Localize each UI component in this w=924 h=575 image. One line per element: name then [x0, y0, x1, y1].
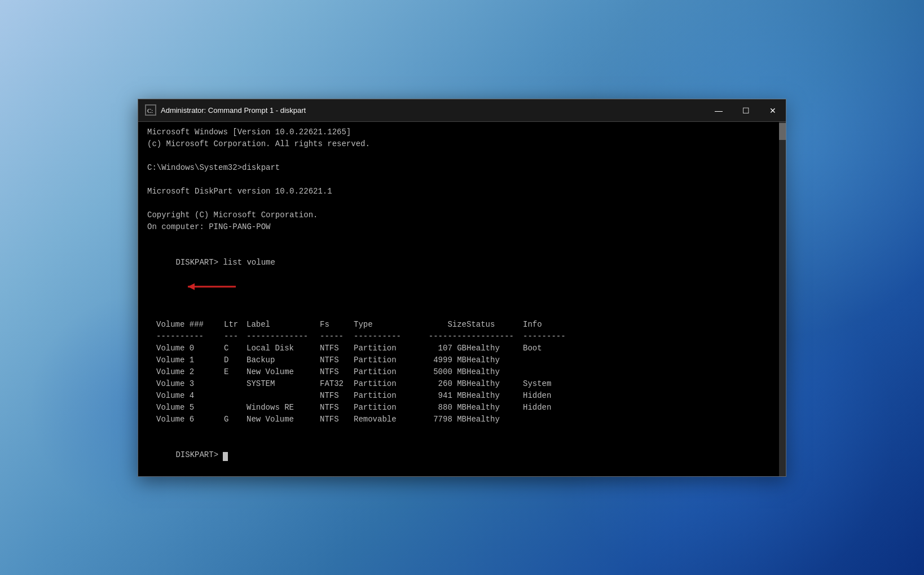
line-1: Microsoft Windows [Version 10.0.22621.12…: [147, 126, 777, 138]
line-3: [147, 150, 777, 162]
row-fs: NTFS: [320, 343, 354, 354]
sep-label: -------------: [247, 331, 320, 343]
line-7: [147, 197, 777, 209]
header-status: Status: [467, 319, 523, 331]
row-info: Hidden: [523, 390, 551, 402]
row-type: Partition: [354, 343, 421, 354]
row-info: Boot: [523, 343, 542, 354]
line-6: Microsoft DiskPart version 10.0.22621.1: [147, 186, 777, 197]
final-prompt: DISKPART>: [175, 450, 223, 459]
row-size: 5000 MB: [421, 366, 467, 378]
row-info: System: [523, 378, 551, 390]
row-size: 107 GB: [421, 343, 467, 354]
row-volume: Volume 6: [156, 414, 224, 425]
svg-marker-3: [188, 283, 195, 290]
row-label: New Volume: [247, 414, 320, 425]
diskpart-command-line: DISKPART> list volume: [147, 245, 777, 305]
row-status: Healthy: [467, 402, 523, 414]
row-ltr: [224, 390, 247, 402]
table-separator-row: ---------- --- ------------- ----- -----…: [156, 331, 777, 343]
row-status: Healthy: [467, 343, 523, 354]
line-2: (c) Microsoft Corporation. All rights re…: [147, 138, 777, 150]
row-type: Partition: [354, 390, 421, 402]
cursor: [223, 452, 228, 461]
row-volume: Volume 2: [156, 366, 224, 378]
row-type: Partition: [354, 378, 421, 390]
line-after-table: [147, 425, 777, 437]
row-volume: Volume 0: [156, 343, 224, 354]
window-title: Administrator: Command Prompt 1 - diskpa…: [161, 106, 779, 115]
table-row: Volume 5 Windows RE NTFS Partition 880 M…: [156, 402, 777, 414]
terminal-body[interactable]: Microsoft Windows [Version 10.0.22621.12…: [138, 122, 786, 476]
row-label: Backup: [247, 354, 320, 366]
row-ltr: [224, 378, 247, 390]
svg-text:C:: C:: [147, 107, 153, 114]
table-header-row: Volume ### Ltr Label Fs Type Size Status…: [156, 319, 777, 331]
row-fs: NTFS: [320, 366, 354, 378]
row-type: Partition: [354, 366, 421, 378]
window-controls: — ☐ ✕: [706, 99, 786, 121]
row-label: Windows RE: [247, 402, 320, 414]
row-status: Healthy: [467, 366, 523, 378]
sep-fs: -----: [320, 331, 354, 343]
app-icon: C:: [145, 104, 156, 116]
row-ltr: D: [224, 354, 247, 366]
row-volume: Volume 1: [156, 354, 224, 366]
row-ltr: G: [224, 414, 247, 425]
row-info: Hidden: [523, 402, 551, 414]
row-type: Partition: [354, 354, 421, 366]
row-ltr: C: [224, 343, 247, 354]
row-status: Healthy: [467, 390, 523, 402]
row-volume: Volume 3: [156, 378, 224, 390]
table-row: Volume 1 D Backup NTFS Partition 4999 MB…: [156, 354, 777, 366]
row-label: SYSTEM: [247, 378, 320, 390]
line-4: C:\Windows\System32>diskpart: [147, 162, 777, 174]
scrollbar[interactable]: [779, 122, 786, 476]
header-ltr: Ltr: [224, 319, 247, 331]
sep-ltr: ---: [224, 331, 247, 343]
table-row: Volume 0 C Local Disk NTFS Partition 107…: [156, 343, 777, 354]
table-data-rows: Volume 0 C Local Disk NTFS Partition 107…: [156, 343, 777, 425]
line-9: On computer: PING-PANG-POW: [147, 221, 777, 233]
header-label: Label: [247, 319, 320, 331]
table-row: Volume 4 NTFS Partition 941 MB Healthy H…: [156, 390, 777, 402]
row-status: Healthy: [467, 414, 523, 425]
row-size: 260 MB: [421, 378, 467, 390]
sep-info: ---------: [523, 331, 566, 343]
row-ltr: E: [224, 366, 247, 378]
row-fs: NTFS: [320, 390, 354, 402]
final-prompt-line: DISKPART>: [147, 437, 777, 473]
sep-size: --------: [421, 331, 467, 343]
row-size: 7798 MB: [421, 414, 467, 425]
row-label: New Volume: [247, 366, 320, 378]
sep-status: ----------: [467, 331, 523, 343]
row-type: Partition: [354, 402, 421, 414]
sep-volume: ----------: [156, 331, 224, 343]
titlebar: C: Administrator: Command Prompt 1 - dis…: [138, 99, 786, 122]
maximize-button[interactable]: ☐: [733, 99, 759, 122]
row-size: 941 MB: [421, 390, 467, 402]
table-row: Volume 6 G New Volume NTFS Removable 779…: [156, 414, 777, 425]
cmd-window: C: Administrator: Command Prompt 1 - dis…: [138, 99, 786, 477]
minimize-button[interactable]: —: [706, 99, 732, 122]
row-volume: Volume 4: [156, 390, 224, 402]
table-row: Volume 3 SYSTEM FAT32 Partition 260 MB H…: [156, 378, 777, 390]
line-10: [147, 233, 777, 245]
diskpart-prompt: DISKPART> list volume: [175, 258, 275, 267]
header-size: Size: [421, 319, 467, 331]
row-size: 880 MB: [421, 402, 467, 414]
row-size: 4999 MB: [421, 354, 467, 366]
volume-table: Volume ### Ltr Label Fs Type Size Status…: [156, 319, 777, 425]
scrollbar-thumb[interactable]: [779, 123, 786, 140]
row-fs: NTFS: [320, 354, 354, 366]
line-5: [147, 174, 777, 186]
row-label: Local Disk: [247, 343, 320, 354]
row-type: Removable: [354, 414, 421, 425]
sep-type: ----------: [354, 331, 421, 343]
row-status: Healthy: [467, 378, 523, 390]
row-ltr: [224, 402, 247, 414]
row-fs: NTFS: [320, 414, 354, 425]
close-button[interactable]: ✕: [760, 99, 786, 122]
row-status: Healthy: [467, 354, 523, 366]
header-volume: Volume ###: [156, 319, 224, 331]
